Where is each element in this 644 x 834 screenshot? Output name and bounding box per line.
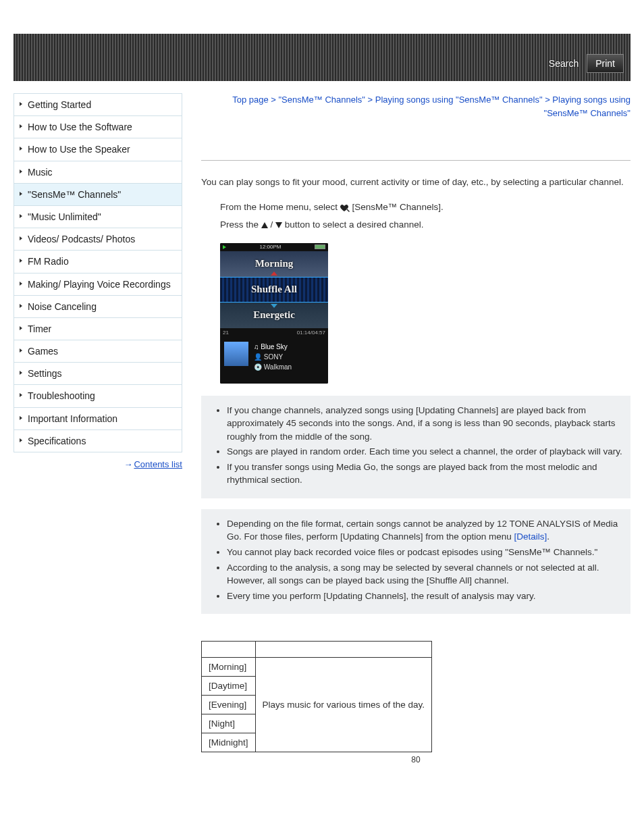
note-box: Depending on the file format, certain so…: [201, 509, 630, 614]
channel-shuffle: Shuffle All: [220, 277, 328, 303]
table-row-morning: [Morning]: [202, 658, 256, 677]
note-2: You cannot play back recorded voice file…: [227, 546, 625, 559]
step-2-text-b: button to select a desired channel.: [282, 219, 423, 230]
breadcrumb-sensme[interactable]: "SensMe™ Channels": [279, 95, 365, 105]
breadcrumb-sep: >: [368, 95, 373, 105]
breadcrumb-sep: >: [545, 95, 550, 105]
hint-1: If you change channels, analyzed songs u…: [227, 404, 625, 444]
channel-table: [Morning]Plays music for various times o…: [201, 641, 432, 752]
note-3: According to the analysis, a song may be…: [227, 561, 625, 588]
down-icon: [275, 222, 282, 228]
channel-shuffle-label: Shuffle All: [251, 284, 297, 295]
sidebar-item-specifications[interactable]: Specifications: [14, 430, 182, 452]
hint-2: Songs are played in random order. Each t…: [227, 445, 625, 459]
sensme-heart-icon: [340, 204, 350, 212]
track-album: Walkman: [264, 363, 292, 371]
channel-energetic-label: Energetic: [253, 309, 295, 321]
play-icon: [223, 245, 226, 249]
step-1: From the Home menu, select [SensMe™ Chan…: [220, 199, 630, 216]
hint-box: If you change channels, analyzed songs u…: [201, 396, 630, 498]
sidebar-item-noise[interactable]: Noise Canceling: [14, 296, 182, 318]
sidebar-item-sensme[interactable]: "SensMe™ Channels": [14, 184, 182, 206]
sidebar: Getting Started How to Use the Software …: [14, 93, 182, 764]
sidebar-item-settings[interactable]: Settings: [14, 363, 182, 385]
sidebar-item-speaker[interactable]: How to Use the Speaker: [14, 138, 182, 161]
note-1-a: Depending on the file format, certain so…: [227, 519, 618, 542]
table-header-1: [202, 642, 256, 658]
table-row-midnight: [Midnight]: [202, 733, 256, 752]
page-number: 80: [201, 755, 630, 764]
device-clock: 12:00PM: [259, 244, 281, 250]
sidebar-item-games[interactable]: Games: [14, 340, 182, 363]
contents-list-link[interactable]: Contents list: [134, 459, 182, 469]
divider: [201, 160, 630, 161]
main-content: Top page > "SensMe™ Channels" > Playing …: [201, 93, 630, 764]
sidebar-item-important[interactable]: Important Information: [14, 408, 182, 430]
battery-icon: [315, 244, 325, 249]
track-title: Blue Sky: [261, 343, 287, 350]
step-2: Press the / button to select a desired c…: [220, 216, 630, 234]
note-1: Depending on the file format, certain so…: [227, 517, 625, 544]
step-1-text-a: From the Home menu, select: [220, 202, 340, 212]
device-screenshot: 12:00PM Morning Shuffle All Energetic 21…: [220, 243, 328, 384]
sidebar-item-music-unlimited[interactable]: "Music Unlimited": [14, 206, 182, 228]
table-header-2: [255, 642, 432, 658]
sidebar-item-voice[interactable]: Making/ Playing Voice Recordings: [14, 273, 182, 296]
arrow-down-icon: [271, 304, 277, 308]
channel-morning: Morning: [220, 251, 328, 277]
hint-3: If you transfer songs using Media Go, th…: [227, 461, 625, 487]
track-artist: SONY: [264, 353, 283, 361]
table-row-daytime: [Daytime]: [202, 677, 256, 696]
arrow-right-icon: →: [124, 459, 131, 469]
table-row-night: [Night]: [202, 714, 256, 733]
sidebar-item-timer[interactable]: Timer: [14, 318, 182, 340]
note-1-b: .: [547, 531, 549, 542]
search-button[interactable]: Search: [545, 55, 583, 72]
sidebar-item-fm[interactable]: FM Radio: [14, 251, 182, 273]
breadcrumb-sep: >: [271, 95, 276, 105]
sidebar-item-videos[interactable]: Videos/ Podcasts/ Photos: [14, 228, 182, 251]
track-elapsed: 01:14/04:57: [297, 330, 325, 336]
sidebar-item-music[interactable]: Music: [14, 161, 182, 184]
sidebar-nav: Getting Started How to Use the Software …: [14, 93, 182, 452]
table-row-evening: [Evening]: [202, 696, 256, 714]
step-2-text-a: Press the: [220, 219, 261, 230]
up-icon: [261, 222, 268, 228]
table-desc: Plays music for various times of the day…: [255, 658, 432, 752]
channel-energetic: Energetic: [220, 303, 328, 328]
breadcrumb-top[interactable]: Top page: [232, 95, 269, 105]
intro-text: You can play songs to fit your mood, cur…: [201, 176, 630, 189]
details-link[interactable]: [Details]: [514, 531, 547, 542]
sidebar-item-getting-started[interactable]: Getting Started: [14, 94, 182, 116]
track-count: 21: [223, 330, 229, 336]
step-1-text-b: [SensMe™ Channels].: [350, 202, 444, 212]
note-4: Every time you perform [Updating Channel…: [227, 590, 625, 603]
breadcrumb-playing[interactable]: Playing songs using "SensMe™ Channels": [375, 95, 543, 105]
sidebar-item-troubleshooting[interactable]: Troubleshooting: [14, 385, 182, 407]
breadcrumb: Top page > "SensMe™ Channels" > Playing …: [201, 93, 630, 120]
channel-morning-label: Morning: [255, 258, 294, 269]
breadcrumb-current: Playing songs using "SensMe™ Channels": [544, 95, 630, 118]
print-button[interactable]: Print: [587, 54, 624, 73]
arrow-up-icon: [271, 271, 277, 276]
step-2-mid: /: [268, 219, 275, 230]
album-art: [224, 342, 248, 366]
header-bar: Search Print: [14, 34, 630, 81]
sidebar-item-software[interactable]: How to Use the Software: [14, 116, 182, 138]
